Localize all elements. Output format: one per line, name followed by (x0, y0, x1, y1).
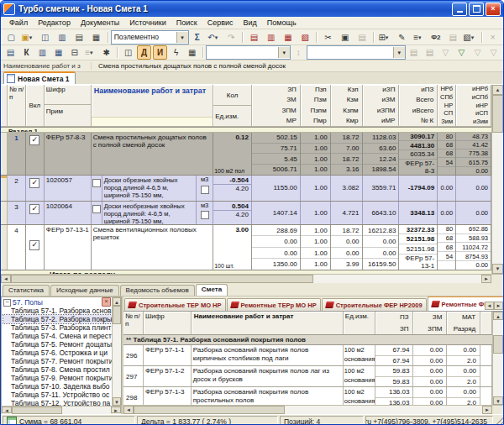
menu-help[interactable]: Помощь (262, 18, 302, 27)
scroll-thumb[interactable] (492, 95, 503, 133)
ref-row[interactable]: 298 ФЕРр 57-1-3 Разборка оснований покры… (123, 387, 492, 405)
copy-button[interactable]: ▣ (338, 30, 353, 45)
row-number[interactable]: 2 (8, 176, 26, 201)
tab-volumes[interactable]: Ведомость объемов (120, 285, 195, 296)
col-pzp[interactable]: 1.00 (301, 202, 331, 224)
tree-item[interactable]: Таблица 57-12. Устройство па (3, 399, 112, 406)
row-name[interactable]: Доски необрезные хвойных пород длиной: 4… (102, 202, 196, 224)
material-checkbox[interactable] (92, 179, 101, 187)
tree-item[interactable]: Таблица 57-7. Ремонт покрыти (3, 357, 112, 365)
col-pzp[interactable]: 1.00 (301, 176, 331, 201)
row-name[interactable]: Смена простильных дощатых полов с полной… (92, 133, 214, 175)
scroll-right-icon[interactable]: ► (481, 275, 491, 283)
tab-terr-mo[interactable]: Ремонтные ТЕРр МО НР (227, 298, 321, 311)
col-inrb[interactable]: 48.7341.42775.38615.750.00 (456, 133, 491, 175)
tree-item[interactable]: Таблица 57-10. Заделка выбо (3, 382, 112, 391)
tab-statistics[interactable]: Статистика (3, 285, 50, 296)
quick-search-combo[interactable]: ▾ (206, 45, 290, 60)
search-up-down-button[interactable]: ↕ (291, 45, 306, 60)
edit-button[interactable]: ✎ (394, 30, 409, 45)
filter-off-button[interactable]: ▽ (486, 45, 501, 60)
undo-button[interactable]: ↶▾ (207, 30, 222, 45)
col-izp[interactable]: 16212.830.000.0016159.50 (363, 225, 400, 270)
toggle-i-button[interactable]: И (153, 45, 167, 60)
print-button[interactable]: ▦ (88, 30, 103, 45)
tools-button[interactable]: ✱ (99, 45, 113, 60)
col-pzp[interactable]: 1.001.001.001.00 (301, 133, 331, 175)
tree-item[interactable]: Таблица 57-11. Устройство ос (3, 391, 112, 399)
menu-sources[interactable]: Источники (124, 18, 171, 27)
scroll-up-icon[interactable]: ▲ (493, 312, 503, 320)
row-name[interactable]: Доски обрезные хвойных пород длиной 4-6,… (102, 176, 196, 201)
col-zp[interactable]: 502.1575.715.455006.71 (252, 133, 301, 175)
scroll-left-icon[interactable]: ◄ (1, 275, 11, 283)
qty[interactable]: -0.504 (213, 176, 251, 185)
menu-search[interactable]: Поиск (171, 18, 202, 27)
scroll-down-icon[interactable]: ▼ (492, 264, 503, 274)
row-include-checkbox[interactable]: ✓ (29, 135, 39, 145)
lines-button[interactable]: ≡▾ (83, 45, 97, 60)
ref-vertical-scrollbar[interactable]: ▲ (492, 312, 503, 335)
search-doc-button[interactable]: ▦ (281, 30, 296, 45)
f2-button[interactable]: Ф2 (428, 30, 444, 45)
row-number[interactable]: 4 (8, 225, 26, 270)
filter-clear-button[interactable]: ▽ (438, 45, 453, 60)
coefficients-button[interactable]: К (19, 45, 34, 60)
sum-button[interactable]: Σ (190, 30, 205, 45)
scroll-up-icon[interactable]: ▲ (492, 85, 503, 95)
grid-vertical-scrollbar[interactable]: ▲ ▼ (491, 85, 503, 274)
tab-fer-2009[interactable]: Строительные ФЕР НР2009 (322, 298, 427, 311)
insert-row-button[interactable]: ⊞▾ (377, 30, 392, 45)
tool-button[interactable]: ▤ (445, 30, 460, 45)
open-button[interactable]: ▣▾ (20, 30, 35, 45)
col-kzp[interactable]: 4.721 (331, 202, 363, 224)
tree-item[interactable]: Таблица 57-6. Острожка и ци (3, 349, 112, 357)
ref-row[interactable]: 297 ФЕРр 57-1-2 Разборка оснований покры… (123, 366, 492, 387)
filter-combo[interactable]: ▾ (307, 45, 406, 60)
row-code[interactable]: ФЕРр 57-8-3 (45, 133, 92, 175)
table-button[interactable]: ▦ (185, 45, 199, 60)
scroll-thumb[interactable] (493, 335, 503, 354)
scroll-down-icon[interactable]: ▼ (113, 397, 121, 406)
find-next-button[interactable]: ▤ (423, 45, 437, 60)
col-izp[interactable]: 3559.71 (363, 176, 400, 201)
scroll-right-icon[interactable]: ► (111, 407, 121, 413)
list-button[interactable]: ≡▾ (411, 30, 426, 45)
filter-edit-button[interactable]: ▽ (470, 45, 485, 60)
delete-button[interactable]: × (486, 30, 501, 45)
scroll-thumb[interactable] (113, 306, 121, 324)
row-number[interactable]: 3 (8, 202, 26, 224)
row-include-checkbox[interactable]: ✓ (29, 178, 39, 188)
row-code[interactable]: ФЕРр 57-13-1 (45, 225, 92, 270)
toggle-d-button[interactable]: Д (137, 45, 151, 60)
col-kzp[interactable]: 3.082 (331, 176, 363, 201)
tabs-scroll-left-icon[interactable]: ◄ (485, 302, 494, 310)
scroll-thumb[interactable] (134, 406, 285, 414)
row-qty-cell[interactable]: 3.00 100 шт. (213, 225, 252, 270)
panel-close-icon[interactable]: × (102, 297, 111, 307)
tree-horizontal-scrollbar[interactable]: ◄ ► (1, 406, 122, 414)
columns-button[interactable]: ◫ (121, 45, 135, 60)
ref-vertical-scrollbar[interactable]: ▼ (492, 335, 503, 405)
name-bar-value[interactable]: Смена простильных дощатых полов с полной… (92, 62, 503, 70)
tab-ter-mo[interactable]: Строительные ТЕР МО НР (124, 298, 226, 311)
col-kzp[interactable]: 18.720.000.003.99 (331, 225, 363, 270)
tab-new-estimate[interactable]: Новая Смета 1 (3, 71, 76, 84)
minimize-button[interactable] (452, 3, 467, 16)
row-name[interactable]: Смена вентиляционных половых решеток (92, 225, 214, 270)
col-zp[interactable]: 288.690.000.001350.00 (252, 225, 301, 270)
print-preview-button[interactable]: ▤ (71, 30, 87, 45)
col-total[interactable]: 3348.13 (399, 202, 438, 224)
ref-row[interactable]: 296 ФЕРр 57-1-1 Разборка оснований покры… (123, 345, 492, 366)
paste-button[interactable]: ▤ (354, 30, 370, 45)
col-total[interactable]: 3090.174481.306035.34ФЕРр 57-8-3 (399, 133, 438, 175)
col-zp[interactable]: 1155.00 (252, 176, 301, 201)
tree-item[interactable]: Таблица 57-3. Разборка плинт (3, 323, 112, 332)
redo-button[interactable]: ↷ (223, 30, 239, 45)
tree-item[interactable]: Таблица 57-4. Смена и перест (3, 332, 112, 340)
col-nrb[interactable]: 80686854 (438, 133, 456, 175)
col-nrb[interactable]: 80686854 (438, 225, 456, 270)
col-zp[interactable]: 1407.14 (252, 202, 301, 224)
maximize-button[interactable] (469, 3, 484, 16)
menu-file[interactable]: Файл (4, 18, 33, 27)
